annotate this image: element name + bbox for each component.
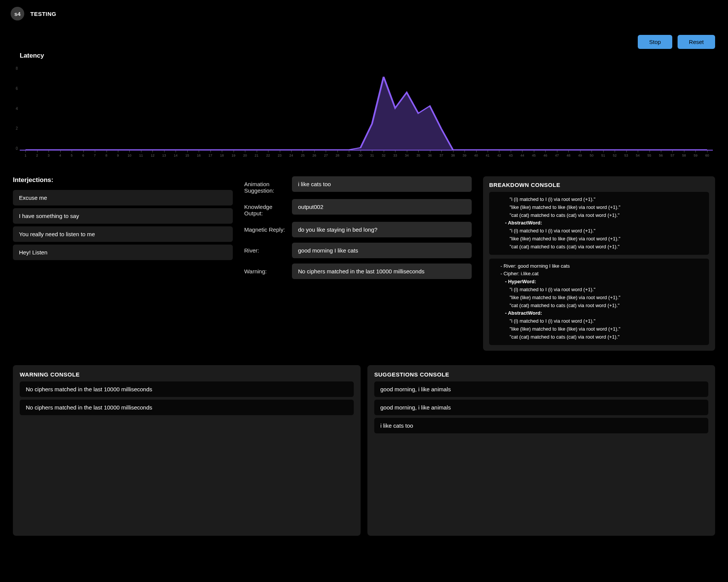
latency-chart-section: Latency 86420 12345678910111213141516171…	[0, 52, 728, 169]
x-tick: 48	[563, 151, 574, 160]
x-tick: 11	[135, 151, 147, 160]
logo-badge: s4	[11, 7, 24, 20]
x-tick: 25	[297, 151, 308, 160]
interjection-item[interactable]: Excuse me	[13, 190, 233, 206]
x-tick: 56	[655, 151, 667, 160]
breakdown-line: "cat (cat) matched to cats (cat) via roo…	[494, 333, 704, 341]
x-tick: 3	[43, 151, 54, 160]
bottom-section: WARNING CONSOLE No ciphers matched in th…	[0, 358, 728, 543]
x-tick: 5	[66, 151, 77, 160]
y-tick: 2	[10, 126, 18, 130]
breakdown-line: "like (like) matched to like (like) via …	[494, 325, 704, 333]
warning-console-list: No ciphers matched in the last 10000 mil…	[20, 381, 354, 415]
x-tick: 13	[158, 151, 170, 160]
x-tick: 9	[112, 151, 124, 160]
interjection-item[interactable]: I have something to say	[13, 208, 233, 224]
x-tick: 49	[574, 151, 586, 160]
warning-console: WARNING CONSOLE No ciphers matched in th…	[13, 365, 361, 536]
kv-label: River:	[244, 243, 286, 254]
chart-title: Latency	[20, 52, 713, 60]
x-tick: 54	[632, 151, 643, 160]
x-tick: 36	[424, 151, 435, 160]
river-value: good morning I like cats	[292, 243, 472, 258]
kv-label: Warning:	[244, 264, 286, 275]
breakdown-console: BREAKDOWN CONSOLE "i (i) matched to I (i…	[483, 176, 715, 351]
x-tick: 50	[586, 151, 597, 160]
knowledge-output-value: output002	[292, 199, 472, 215]
breakdown-line: - HyperWord:	[494, 278, 704, 286]
x-tick: 29	[343, 151, 355, 160]
logo-text: s4	[14, 11, 21, 17]
stop-button[interactable]: Stop	[638, 35, 672, 49]
x-tick: 19	[228, 151, 239, 160]
suggestion-item: i like cats too	[374, 418, 708, 433]
breakdown-block: "i (i) matched to I (i) via root word (+…	[489, 192, 709, 255]
x-tick: 8	[100, 151, 112, 160]
suggestion-item: good morning, i like animals	[374, 381, 708, 397]
x-tick: 21	[251, 151, 262, 160]
suggestion-item: good morning, i like animals	[374, 400, 708, 415]
chart-container: 86420 1234567891011121314151617181920212…	[20, 66, 713, 161]
x-tick: 18	[216, 151, 228, 160]
breakdown-line: "cat (cat) matched to cats (cat) via roo…	[494, 243, 704, 251]
x-tick: 51	[597, 151, 609, 160]
x-tick: 2	[31, 151, 42, 160]
x-tick: 27	[320, 151, 331, 160]
x-tick: 35	[413, 151, 424, 160]
x-tick: 38	[447, 151, 458, 160]
x-tick: 20	[239, 151, 251, 160]
chart-svg	[20, 66, 713, 150]
breakdown-line: "cat (cat) matched to cats (cat) via roo…	[494, 302, 704, 310]
x-tick: 44	[516, 151, 528, 160]
breakdown-title: BREAKDOWN CONSOLE	[489, 182, 709, 188]
x-tick: 58	[678, 151, 690, 160]
toolbar: Stop Reset	[0, 27, 728, 52]
interjection-item[interactable]: Hey! Listen	[13, 245, 233, 260]
chart-area-fill	[25, 77, 707, 150]
x-tick: 30	[355, 151, 366, 160]
x-tick: 45	[528, 151, 540, 160]
x-tick: 6	[77, 151, 89, 160]
kv-section: Animation Suggestion: i like cats too Kn…	[244, 176, 472, 351]
breakdown-line: - AbstractWord:	[494, 219, 704, 227]
x-tick: 23	[274, 151, 285, 160]
chart-plot-area	[20, 66, 713, 151]
x-tick: 42	[493, 151, 505, 160]
breakdown-line: - Cipher: i.like.cat	[494, 270, 704, 278]
x-tick: 59	[690, 151, 701, 160]
breakdown-line: "like (like) matched to like (like) via …	[494, 235, 704, 243]
kv-row-animation: Animation Suggestion: i like cats too	[244, 176, 472, 194]
mid-section: Interjections: Excuse meI have something…	[0, 169, 728, 358]
x-tick: 40	[470, 151, 482, 160]
warning-item: No ciphers matched in the last 10000 mil…	[20, 381, 354, 397]
x-tick: 15	[182, 151, 193, 160]
kv-row-warning: Warning: No ciphers matched in the last …	[244, 264, 472, 279]
x-tick: 52	[609, 151, 620, 160]
breakdown-body: "i (i) matched to I (i) via root word (+…	[489, 192, 709, 345]
x-tick: 16	[193, 151, 204, 160]
x-tick: 37	[436, 151, 447, 160]
x-tick: 4	[54, 151, 66, 160]
x-tick: 22	[262, 151, 274, 160]
chart-x-axis: 1234567891011121314151617181920212223242…	[20, 151, 713, 160]
interjection-item[interactable]: You really need to listen to me	[13, 226, 233, 242]
suggestions-console-title: SUGGESTIONS CONSOLE	[374, 371, 708, 378]
reset-button[interactable]: Reset	[678, 35, 715, 49]
interjections-list: Excuse meI have something to sayYou real…	[13, 190, 233, 260]
breakdown-line: - River: good morning I like cats	[494, 262, 704, 270]
warning-console-title: WARNING CONSOLE	[20, 371, 354, 378]
warning-item: No ciphers matched in the last 10000 mil…	[20, 400, 354, 415]
x-tick: 12	[147, 151, 158, 160]
x-tick: 14	[170, 151, 181, 160]
magnetic-reply-value: do you like staying in bed long?	[292, 222, 472, 237]
x-tick: 33	[389, 151, 401, 160]
x-tick: 32	[378, 151, 389, 160]
x-tick: 57	[667, 151, 678, 160]
x-tick: 53	[620, 151, 632, 160]
x-tick: 31	[366, 151, 378, 160]
interjections-panel: Interjections: Excuse meI have something…	[13, 176, 233, 351]
y-tick: 6	[10, 86, 18, 91]
x-tick: 26	[309, 151, 320, 160]
kv-row-knowledge: Knowledge Output: output002	[244, 199, 472, 216]
x-tick: 39	[459, 151, 470, 160]
